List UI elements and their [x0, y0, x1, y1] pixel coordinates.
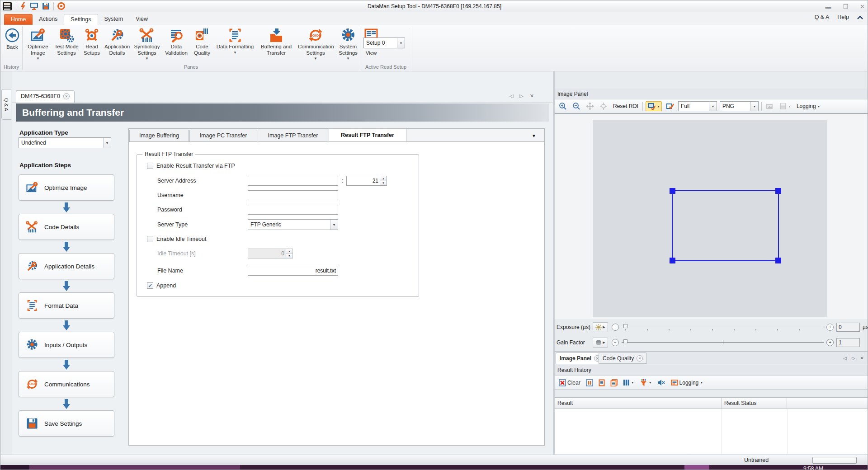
close-icon[interactable]: ✕	[637, 355, 643, 362]
enable-result-transfer-checkbox[interactable]	[147, 163, 153, 169]
chevron-down-icon[interactable]: ▼	[649, 381, 652, 384]
roi-handle-bottom-right[interactable]	[775, 258, 781, 263]
active-read-setup-combo[interactable]: Setup 0 ▼	[363, 38, 405, 48]
help-link[interactable]: Help	[837, 14, 849, 20]
target-icon[interactable]	[57, 2, 65, 10]
tab-image-pc-transfer[interactable]: Image PC Transfer	[189, 130, 257, 141]
roi-handle-bottom-left[interactable]	[670, 258, 675, 263]
dock-tab-image-panel[interactable]: Image Panel ✕	[556, 352, 604, 364]
copy-result-button[interactable]	[597, 378, 606, 387]
zoom-out-icon[interactable]	[571, 101, 582, 111]
chevron-right-icon[interactable]: ▶	[603, 341, 605, 344]
ribbon-data-formatting-button[interactable]: Data Formatting ▼	[214, 27, 256, 55]
port-spinner[interactable]: 21 ▲▼	[346, 176, 387, 186]
tab-home[interactable]: Home	[4, 14, 33, 25]
dropdown-caret-icon[interactable]: ▼	[216, 51, 255, 55]
chevron-down-icon[interactable]: ▼	[657, 105, 660, 108]
columns-button[interactable]: ▼	[622, 378, 636, 387]
tab-image-buffering[interactable]: Image Buffering	[129, 130, 189, 141]
close-icon[interactable]: ✕	[63, 93, 70, 99]
result-table-body[interactable]	[555, 409, 868, 454]
file-name-input[interactable]	[248, 266, 338, 276]
nav-close-icon[interactable]: ✕	[860, 356, 864, 361]
nav-prev-icon[interactable]: ◁	[843, 356, 847, 361]
nav-next-icon[interactable]: ▷	[519, 93, 523, 99]
gain-slider[interactable]: − +	[612, 338, 834, 348]
tab-image-ftp-transfer[interactable]: Image FTP Transfer	[258, 130, 328, 141]
username-input[interactable]	[248, 190, 338, 200]
append-checkbox[interactable]: ✔	[147, 282, 153, 289]
dock-tab-code-quality[interactable]: Code Quality ✕	[599, 352, 647, 364]
slider-track[interactable]	[622, 327, 824, 327]
tab-view[interactable]: View	[129, 14, 154, 25]
image-size-combo[interactable]: Full ▼	[678, 101, 717, 111]
dropdown-caret-icon[interactable]: ▼	[298, 56, 333, 61]
nav-close-icon[interactable]: ✕	[530, 93, 534, 99]
chevron-down-icon[interactable]: ▼	[700, 381, 703, 384]
chevron-down-icon[interactable]: ▼	[817, 105, 821, 108]
chevron-down-icon[interactable]: ▼	[397, 38, 405, 48]
dropdown-caret-icon[interactable]: ▼	[133, 56, 160, 61]
step-inputs-outputs[interactable]: Inputs / Outputs	[19, 332, 114, 358]
slider-thumb[interactable]	[623, 339, 627, 345]
ribbon-code-quality-button[interactable]: Code Quality	[190, 27, 214, 56]
ribbon-buffering-transfer-button[interactable]: Buffering and Transfer	[256, 27, 296, 56]
tab-overflow-icon[interactable]: ▼	[532, 133, 536, 138]
slider-plus-button[interactable]: +	[826, 339, 834, 346]
spinner-buttons[interactable]: ▲▼	[380, 176, 387, 185]
close-button[interactable]: ✕	[860, 3, 865, 10]
column-result-status[interactable]: Result Status	[722, 398, 787, 409]
slider-minus-button[interactable]: −	[612, 324, 619, 331]
device-document-tab[interactable]: DM475-6368F0 ✕	[16, 90, 75, 103]
nav-prev-icon[interactable]: ◁	[509, 93, 513, 99]
roi-handle-top-left[interactable]	[670, 188, 675, 194]
dropdown-caret-icon[interactable]: ▼	[26, 56, 50, 61]
ribbon-symbology-settings-button[interactable]: Symbology Settings ▼	[132, 27, 162, 61]
roi-rectangle[interactable]	[672, 190, 779, 261]
ribbon-read-setups-button[interactable]: Read Setups	[81, 27, 103, 56]
chevron-down-icon[interactable]: ▼	[709, 102, 717, 111]
filter-button[interactable]: ▼	[638, 378, 653, 387]
gain-auto-button[interactable]: ▶	[593, 338, 608, 348]
ribbon-application-details-button[interactable]: Application Details	[103, 27, 132, 56]
slider-plus-button[interactable]: +	[826, 324, 834, 331]
column-result[interactable]: Result	[555, 398, 722, 409]
server-address-input[interactable]	[248, 176, 338, 186]
exposure-value[interactable]: 0	[836, 323, 860, 332]
copy-all-results-button[interactable]	[609, 378, 619, 387]
collapse-ribbon-icon[interactable]	[857, 15, 863, 19]
step-format-data[interactable]: Format Data	[19, 292, 114, 319]
mute-beep-button[interactable]	[656, 378, 667, 387]
roi-handle-top-right[interactable]	[775, 188, 781, 194]
ribbon-optimize-image-button[interactable]: Optimize Image ▼	[24, 27, 52, 61]
back-button[interactable]: Back	[3, 28, 21, 50]
slider-minus-button[interactable]: −	[612, 339, 619, 346]
chevron-down-icon[interactable]: ▼	[103, 138, 111, 148]
live-display-icon[interactable]	[30, 2, 38, 10]
gain-value[interactable]: 1	[836, 338, 860, 347]
exposure-auto-button[interactable]: ▶	[593, 322, 608, 332]
tab-settings[interactable]: Settings	[64, 14, 98, 25]
tab-result-ftp-transfer[interactable]: Result FTP Transfer	[329, 128, 406, 141]
chevron-right-icon[interactable]: ▶	[603, 325, 605, 329]
chevron-down-icon[interactable]: ▼	[750, 102, 758, 111]
ribbon-data-validation-button[interactable]: Data Validation	[162, 27, 190, 56]
step-optimize-image[interactable]: Optimize Image	[19, 174, 114, 201]
chevron-down-icon[interactable]: ▼	[631, 381, 634, 384]
exposure-slider[interactable]: − +	[612, 322, 834, 332]
ribbon-test-mode-settings-button[interactable]: Test Mode Settings	[52, 27, 81, 56]
server-type-combo[interactable]: FTP Generic ▼	[248, 219, 338, 230]
password-input[interactable]	[248, 205, 338, 215]
live-image-toggle[interactable]: ▼	[646, 101, 662, 111]
step-code-details[interactable]: Code Details	[19, 214, 114, 240]
image-logging-dropdown[interactable]: Logging ▼	[795, 102, 822, 110]
chevron-down-icon[interactable]: ▼	[330, 220, 338, 230]
qa-link[interactable]: Q & A	[815, 14, 830, 20]
step-communications[interactable]: IOIOI Communications	[19, 371, 114, 397]
restore-button[interactable]: ❐	[843, 3, 848, 10]
camera-image-surface[interactable]	[593, 120, 827, 317]
ribbon-communication-settings-button[interactable]: IOIOI Communication Settings ▼	[296, 27, 335, 61]
os-taskbar[interactable]: 9:58 AM	[0, 465, 868, 470]
ribbon-system-settings-button[interactable]: System Settings ▼	[335, 27, 361, 61]
tab-system[interactable]: System	[98, 14, 130, 25]
